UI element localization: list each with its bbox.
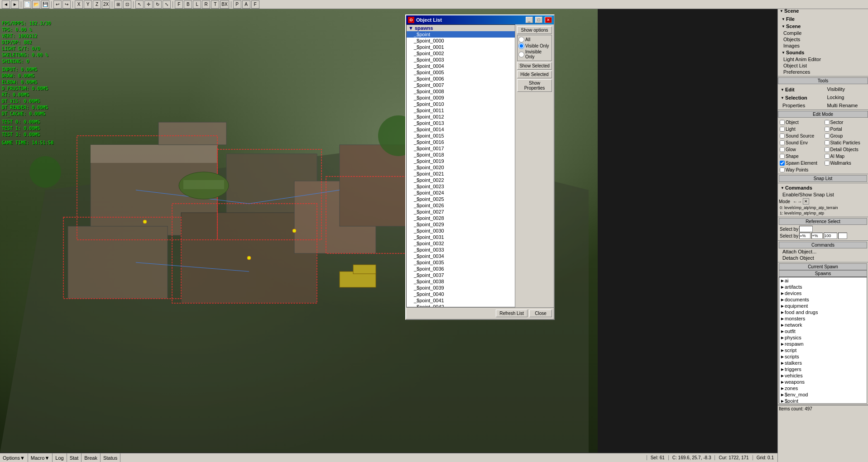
- object-item[interactable]: _$point_0010: [407, 101, 515, 107]
- scene-sub-row[interactable]: ▼ Scene: [780, 23, 866, 30]
- locking-item[interactable]: Locking: [824, 94, 868, 101]
- spawn-item[interactable]: ▶scripts: [779, 353, 867, 360]
- spawn-item[interactable]: ▶triggers: [779, 366, 867, 372]
- light-checkbox[interactable]: [780, 127, 785, 132]
- select-by-input4[interactable]: [824, 233, 837, 239]
- properties-item[interactable]: Properties: [779, 102, 823, 109]
- object-item[interactable]: _$point_0037: [407, 272, 515, 278]
- object-item[interactable]: _$point_0000: [407, 38, 515, 44]
- attach-object-item[interactable]: Attach Object...: [779, 248, 867, 255]
- all-radio[interactable]: [518, 37, 524, 43]
- refresh-list-btn[interactable]: Refresh List: [496, 310, 528, 317]
- select-by-input5[interactable]: [838, 233, 847, 239]
- detach-object-item[interactable]: Detach Object: [779, 255, 867, 261]
- object-item[interactable]: _$point_0036: [407, 266, 515, 272]
- undo-btn[interactable]: ↩: [53, 0, 62, 9]
- spawn-item[interactable]: ▶equipment: [779, 303, 867, 309]
- object-item[interactable]: _$point_0013: [407, 120, 515, 126]
- object-item[interactable]: _$point_0032: [407, 240, 515, 247]
- object-list-titlebar[interactable]: O Object List _ □ ✕: [406, 15, 554, 24]
- sounds-row[interactable]: ▼ Sounds: [780, 49, 866, 56]
- enable-snap-list-item[interactable]: Enable/Show Snap List: [779, 191, 867, 198]
- object-item[interactable]: _$point_0018: [407, 152, 515, 158]
- object-item[interactable]: _$point_0025: [407, 196, 515, 202]
- spawn-item[interactable]: ▶network: [779, 322, 867, 328]
- show-selected-btn[interactable]: Show Selected: [517, 62, 552, 70]
- group-header[interactable]: ▼ spawns: [407, 25, 515, 31]
- object-item[interactable]: _$point_0035: [407, 259, 515, 266]
- compile-item[interactable]: Compile: [780, 30, 866, 36]
- ai-map-checkbox[interactable]: [825, 154, 830, 159]
- main-toolbar[interactable]: ◄ ► 📄 📂 💾 ↩ ↪ X Y Z 2X ⊞ ⊡ ↖ ✛ ↻ ⤡ F B L…: [0, 0, 868, 9]
- object-item[interactable]: _$point_0029: [407, 221, 515, 228]
- images-item[interactable]: Images: [780, 43, 866, 49]
- object-item[interactable]: _$point_0003: [407, 57, 515, 63]
- way-points-checkbox[interactable]: [780, 167, 785, 172]
- portal-checkbox[interactable]: [825, 127, 830, 132]
- show-options-btn[interactable]: Show options: [517, 26, 552, 34]
- grid-btn[interactable]: ⊞: [114, 0, 122, 9]
- wallmarks-checkbox[interactable]: [825, 161, 830, 166]
- glow-checkbox[interactable]: [780, 147, 785, 152]
- object-item[interactable]: _$point_0006: [407, 76, 515, 82]
- forward-btn[interactable]: ►: [11, 0, 19, 9]
- sound-source-checkbox[interactable]: [780, 133, 785, 138]
- visibility-item[interactable]: Visibility: [824, 86, 868, 93]
- spawn-item[interactable]: ▶zones: [779, 385, 867, 391]
- status-segment[interactable]: Status: [101, 453, 120, 462]
- object-item[interactable]: _$point_0034: [407, 253, 515, 259]
- object-item[interactable]: _$point_0011: [407, 107, 515, 114]
- invisible-radio[interactable]: [518, 52, 524, 57]
- options-segment[interactable]: Options ▼: [0, 453, 28, 462]
- spawn-element-checkbox[interactable]: [780, 161, 785, 166]
- spawn-item[interactable]: ▶$env_mod: [779, 391, 867, 398]
- minimize-btn[interactable]: _: [526, 17, 533, 23]
- back-btn[interactable]: ◄: [2, 0, 10, 9]
- object-item[interactable]: _$point_0024: [407, 190, 515, 196]
- move-btn[interactable]: ✛: [144, 0, 153, 9]
- macro-segment[interactable]: Macro ▼: [28, 453, 53, 462]
- spawn-item[interactable]: ▶physics: [779, 334, 867, 341]
- object-item[interactable]: _$point_0021: [407, 171, 515, 177]
- object-item[interactable]: _$point_0033: [407, 247, 515, 253]
- object-item[interactable]: _$point_0012: [407, 114, 515, 120]
- sound-env-checkbox[interactable]: [780, 140, 785, 145]
- object-item[interactable]: _$point_0007: [407, 82, 515, 88]
- object-item[interactable]: _$point: [407, 31, 515, 38]
- object-item[interactable]: _$point_0004: [407, 63, 515, 69]
- spawn-item[interactable]: ▶monsters: [779, 315, 867, 322]
- open-btn[interactable]: 📂: [32, 0, 40, 9]
- object-item[interactable]: _$point_0028: [407, 215, 515, 221]
- close-dialog-btn[interactable]: Close: [529, 310, 552, 317]
- group-checkbox[interactable]: [825, 133, 830, 138]
- object-item[interactable]: _$point_0009: [407, 95, 515, 101]
- selection-row[interactable]: ▼ Selection: [779, 94, 823, 101]
- objects-item[interactable]: Objects: [780, 36, 866, 43]
- save-btn[interactable]: 💾: [41, 0, 49, 9]
- object-checkbox[interactable]: [780, 120, 785, 125]
- object-item[interactable]: _$point_0039: [407, 285, 515, 291]
- object-item[interactable]: _$point_0005: [407, 69, 515, 76]
- static-particles-checkbox[interactable]: [825, 140, 830, 145]
- object-item[interactable]: _$point_0016: [407, 139, 515, 145]
- commands-header[interactable]: ▼ Commands: [779, 184, 867, 191]
- edit-row[interactable]: ▼ Edit: [779, 86, 823, 93]
- spawn-item[interactable]: ▶script: [779, 347, 867, 353]
- shape-checkbox[interactable]: [780, 154, 785, 159]
- select-by-input2[interactable]: [799, 233, 810, 239]
- preferences-item[interactable]: Preferences: [780, 69, 866, 75]
- file-row[interactable]: ▼ File: [780, 15, 866, 23]
- maximize-btn[interactable]: □: [535, 17, 542, 23]
- object-item[interactable]: _$point_0014: [407, 126, 515, 133]
- spawn-item[interactable]: ▶food and drugs: [779, 309, 867, 315]
- object-item[interactable]: _$point_0002: [407, 50, 515, 57]
- select-by-input1[interactable]: [799, 226, 813, 232]
- spawn-item[interactable]: ▶ai: [779, 277, 867, 284]
- object-list-scroll[interactable]: ▼ spawns _$point_$point_0000_$point_0001…: [406, 24, 515, 307]
- spawn-item[interactable]: ▶outfit: [779, 328, 867, 334]
- mode-close[interactable]: ✕: [803, 198, 809, 205]
- sector-checkbox[interactable]: [825, 120, 830, 125]
- object-item[interactable]: _$point_0038: [407, 278, 515, 285]
- object-item[interactable]: _$point_0019: [407, 158, 515, 164]
- detail-objects-checkbox[interactable]: [825, 147, 830, 152]
